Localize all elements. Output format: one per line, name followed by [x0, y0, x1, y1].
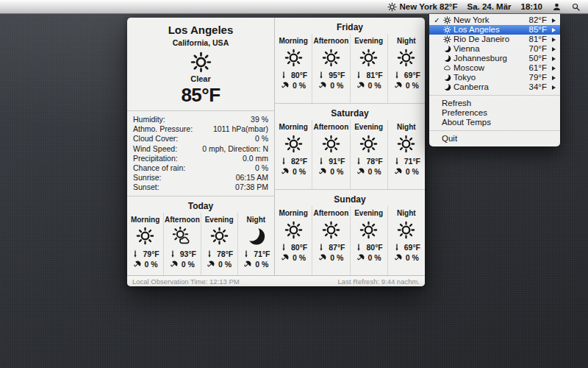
period-label: Afternoon: [313, 209, 348, 217]
period-rain-chance: 0 %: [318, 167, 343, 176]
period-temperature: 78°F: [354, 157, 382, 166]
menu-item-label: About Temps: [442, 118, 491, 127]
period-rain-chance: 0 %: [281, 81, 306, 90]
period-label: Morning: [279, 123, 307, 131]
menu-item-city-los-angeles[interactable]: Los Angeles 85°F: [429, 25, 560, 35]
local-observation-time: Local Observation Time: 12:13 PM: [132, 277, 240, 286]
thermometer-icon: [168, 250, 177, 258]
menu-item-city-new-york[interactable]: ✓ New York 82°F: [429, 15, 560, 25]
detail-row-precipitation-: Precipitation: 0.0 mm: [133, 154, 268, 163]
umbrella-icon: [356, 167, 365, 176]
menu-item-refresh[interactable]: Refresh: [429, 99, 560, 108]
period-temperature: 81°F: [354, 71, 382, 79]
detail-label: Humidity:: [133, 115, 165, 124]
period-label: Evening: [354, 37, 383, 45]
period-label: Afternoon: [313, 123, 348, 131]
current-temperature: 85°F: [127, 84, 274, 107]
forecast-period-evening: Evening 80°F 0 %: [350, 206, 387, 275]
forecast-period-night: Night 69°F 0 %: [387, 206, 425, 275]
menu-city-temp: 82°F: [522, 16, 547, 25]
region-subtitle: California, USA: [127, 38, 274, 47]
search-icon[interactable]: [571, 2, 581, 12]
period-rain-chance: 0 %: [356, 81, 381, 90]
sun-icon: [387, 2, 397, 12]
menu-item-city-tokyo[interactable]: Tokyo 79°F: [429, 73, 560, 82]
multi-day-forecast: Friday Morning 80°F 0 % Afternoon 95°F 0…: [274, 18, 425, 275]
umbrella-icon: [318, 81, 327, 90]
rain-value: 0 %: [145, 260, 158, 269]
submenu-arrow-icon: [547, 18, 558, 23]
city-dropdown-menu: ✓ New York 82°F Los Angeles 85°F Rio De …: [429, 14, 560, 146]
menu-item-preferences[interactable]: Preferences: [429, 108, 560, 118]
menu-city-name: Vienna: [452, 45, 522, 54]
sun-icon: [442, 16, 452, 24]
thermometer-icon: [279, 71, 288, 79]
moon-icon: [442, 83, 452, 91]
rain-value: 0 %: [182, 260, 195, 269]
forecast-period-afternoon: Afternoon 91°F 0 %: [312, 120, 349, 189]
thermometer-icon: [279, 243, 288, 252]
forecast-period-evening: Evening 81°F 0 %: [350, 34, 387, 103]
period-temperature: 78°F: [205, 250, 233, 258]
temperature-value: 71°F: [254, 250, 270, 258]
thermometer-icon: [317, 157, 326, 166]
umbrella-icon: [318, 167, 327, 176]
sun-icon: [190, 52, 212, 73]
sun-icon: [284, 218, 303, 241]
thermometer-icon: [354, 71, 363, 79]
forecast-period-night: Night 69°F 0 %: [387, 34, 425, 103]
sun-icon: [442, 26, 452, 34]
menubar-date[interactable]: Sa. 24. Mär: [467, 2, 511, 11]
thermometer-icon: [131, 250, 140, 258]
period-row: Morning 82°F 0 % Afternoon 91°F 0 % Even…: [275, 120, 425, 189]
period-temperature: 69°F: [392, 71, 420, 79]
menu-city-temp: 70°F: [522, 45, 547, 54]
period-temperature: 95°F: [317, 71, 345, 79]
moon-icon: [442, 45, 452, 53]
menu-item-city-vienna[interactable]: Vienna 70°F: [429, 44, 560, 54]
thermometer-icon: [242, 250, 251, 258]
detail-value: 39 %: [251, 115, 268, 124]
detail-row-chance-of-rain-: Chance of rain: 0 %: [133, 163, 268, 173]
menubar-clock[interactable]: 18:10: [521, 2, 542, 11]
user-icon[interactable]: [552, 2, 562, 12]
sun-icon: [442, 35, 452, 43]
period-label: Evening: [354, 209, 383, 217]
sun-icon: [210, 224, 229, 248]
detail-row-cloud-cover-: Cloud Cover: 0 %: [133, 134, 268, 144]
period-label: Night: [247, 216, 266, 224]
period-label: Evening: [354, 123, 383, 131]
menu-item-city-canberra[interactable]: Canberra 34°F: [429, 82, 560, 92]
period-label: Morning: [279, 209, 307, 217]
condition-label: Clear: [127, 74, 274, 83]
menu-separator: [429, 130, 560, 131]
temperature-value: 78°F: [217, 250, 233, 258]
period-label: Morning: [131, 216, 159, 224]
menu-item-city-moscow[interactable]: Moscow 61°F: [429, 63, 560, 73]
submenu-arrow-icon: [547, 57, 558, 61]
period-row: Morning 79°F 0 % Afternoon 93°F 0 % Even…: [127, 213, 274, 275]
thermometer-icon: [279, 157, 288, 166]
menu-item-city-rio-de-janeiro[interactable]: Rio De Janeiro 81°F: [429, 35, 560, 44]
checkmark-icon: ✓: [432, 17, 442, 24]
period-temperature: 69°F: [392, 243, 420, 252]
period-label: Evening: [205, 216, 234, 224]
menu-item-about-temps[interactable]: About Temps: [429, 118, 560, 127]
period-rain-chance: 0 %: [170, 260, 195, 269]
menu-item-quit[interactable]: Quit: [429, 134, 560, 144]
period-temperature: 80°F: [279, 71, 307, 79]
temperature-value: 91°F: [329, 157, 345, 166]
detail-row-wind-speed-: Wind Speed: 0 mph, Direction: N: [133, 144, 268, 154]
submenu-arrow-icon: [547, 28, 558, 32]
umbrella-icon: [170, 260, 179, 269]
details-list: Humidity: 39 % Athmo. Pressure: 1011 hPa…: [127, 111, 274, 197]
weather-status-item[interactable]: New York 82°F: [387, 2, 458, 12]
rain-value: 0 %: [368, 81, 381, 90]
period-temperature: 80°F: [354, 243, 382, 252]
rain-value: 0 %: [406, 253, 419, 262]
forecast-period-night: Night 71°F 0 %: [237, 213, 274, 275]
menu-separator: [429, 95, 560, 96]
temperature-value: 69°F: [404, 71, 420, 79]
menu-item-city-johannesburg[interactable]: Johannesburg 50°F: [429, 54, 560, 63]
period-temperature: 71°F: [392, 157, 420, 166]
